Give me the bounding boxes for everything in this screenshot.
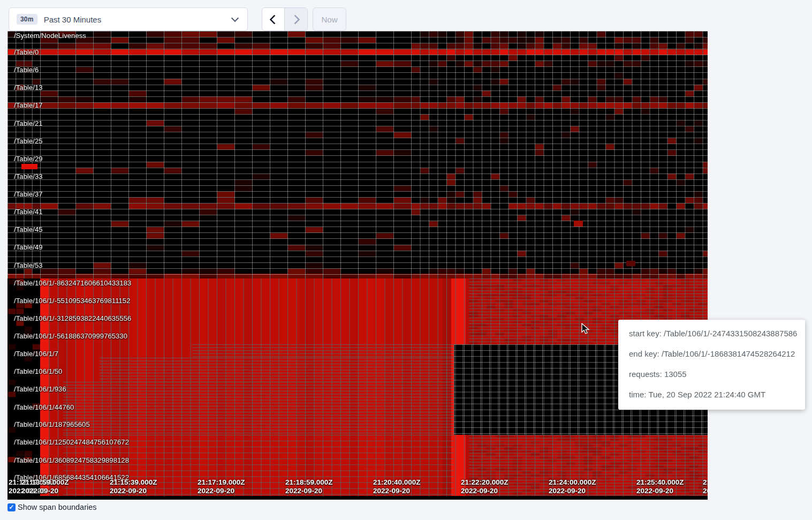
key-visualizer-page: 30m Past 30 Minutes Now /System/NodeLive… <box>0 0 812 520</box>
time-tick-label: 21:20:40.000Z <box>373 478 421 486</box>
key-range-label: /Table/106/1/50 <box>14 367 62 375</box>
key-range-label: /Table/21 <box>14 119 43 127</box>
heatmap-canvas[interactable] <box>7 31 708 500</box>
key-range-label: /Table/45 <box>14 225 43 233</box>
next-time-button[interactable] <box>285 8 307 31</box>
mouse-cursor-icon <box>580 323 591 335</box>
check-icon: ✓ <box>9 503 14 511</box>
key-range-label: /Table/41 <box>14 208 43 216</box>
key-range-label: /Table/106/1/-5510953463769811152 <box>14 297 131 305</box>
key-visualizer-chart: /System/NodeLiveness/Table/0/Table/6/Tab… <box>7 31 708 500</box>
now-button[interactable]: Now <box>313 7 346 31</box>
key-range-label: /Table/49 <box>14 243 43 251</box>
key-range-label: /Table/37 <box>14 190 43 198</box>
time-tick-label: 21:24:00.000Z <box>549 478 596 486</box>
date-tick-label: 2022-09-20 <box>373 487 410 495</box>
time-window-label: Past 30 Minutes <box>44 15 102 24</box>
key-range-label: /Table/106/1/-3128593822440635556 <box>14 314 131 322</box>
key-range-label: /Table/6 <box>14 66 39 74</box>
chevron-right-icon <box>290 14 300 24</box>
date-tick-label: 2022-09-20 <box>636 487 673 495</box>
date-tick-label: 2022-09-20 <box>549 487 586 495</box>
key-range-label: /Table/13 <box>14 84 43 92</box>
toolbar: 30m Past 30 Minutes Now <box>0 0 812 31</box>
key-range-label: /Table/106/1/1250247484756107672 <box>14 438 129 446</box>
date-tick-label: 2022-09-20 <box>461 487 498 495</box>
show-span-boundaries-checkbox[interactable]: ✓ <box>7 503 16 511</box>
time-tick-label: 21:25:40.000Z <box>636 478 684 486</box>
key-range-label: /Table/25 <box>14 137 43 145</box>
time-tick-label: 21:13:59.000Z <box>21 478 69 486</box>
key-range-label: /Table/0 <box>14 48 39 56</box>
tooltip-start-key: start key: /Table/106/1/-247433150824388… <box>629 329 805 338</box>
key-range-label: /Table/33 <box>14 172 43 180</box>
time-window-badge: 30m <box>17 14 37 25</box>
date-tick-label: 2022-09-20 <box>21 487 58 495</box>
chevron-down-icon <box>231 14 239 22</box>
key-range-label: /Table/106/1/187965605 <box>14 420 90 428</box>
time-tick-label: 21:22:20.000Z <box>461 478 509 486</box>
time-tick-label: 21:17:19.000Z <box>198 478 245 486</box>
show-span-boundaries-label: Show span boundaries <box>18 503 97 511</box>
key-range-label: /Table/106/1/-8632471606610433183 <box>14 279 131 287</box>
prev-time-button[interactable] <box>262 8 285 31</box>
time-window-dropdown[interactable]: 30m Past 30 Minutes <box>9 7 248 31</box>
key-range-label: /Table/106/1/7 <box>14 350 58 358</box>
key-range-label: /Table/17 <box>14 101 43 109</box>
time-tick-label: 21:18:59.000Z <box>285 478 333 486</box>
date-tick-label: 2022-09-20 <box>703 487 708 495</box>
key-range-label: /Table/106/1/3608924758329898128 <box>14 456 129 464</box>
key-range-label: /Table/106/1/936 <box>14 385 66 393</box>
key-range-label: /Table/106/1/44760 <box>14 403 74 411</box>
date-tick-label: 2022-09-20 <box>198 487 234 495</box>
time-tick-label: 21:15:39.000Z <box>110 478 157 486</box>
chevron-left-icon <box>269 14 279 24</box>
date-tick-label: 2022-09-20 <box>110 487 147 495</box>
key-range-label: /Table/29 <box>14 155 43 163</box>
tooltip-requests: requests: 13055 <box>629 370 805 379</box>
time-nav-group <box>262 7 308 31</box>
key-range-label: /Table/106/1/-561886370999765330 <box>14 332 127 340</box>
span-tooltip: start key: /Table/106/1/-247433150824388… <box>618 320 805 410</box>
tooltip-time: time: Tue, 20 Sep 2022 21:24:40 GMT <box>629 390 805 399</box>
time-tick-label: 21:27:20.000Z <box>703 478 708 486</box>
options-row: ✓ Show span boundaries <box>7 503 97 511</box>
tooltip-end-key: end key: /Table/106/1/-18683814745282642… <box>629 349 805 358</box>
key-range-label: /Table/53 <box>14 261 43 269</box>
date-tick-label: 2022-09-20 <box>285 487 322 495</box>
key-range-label: /System/NodeLiveness <box>14 32 86 40</box>
